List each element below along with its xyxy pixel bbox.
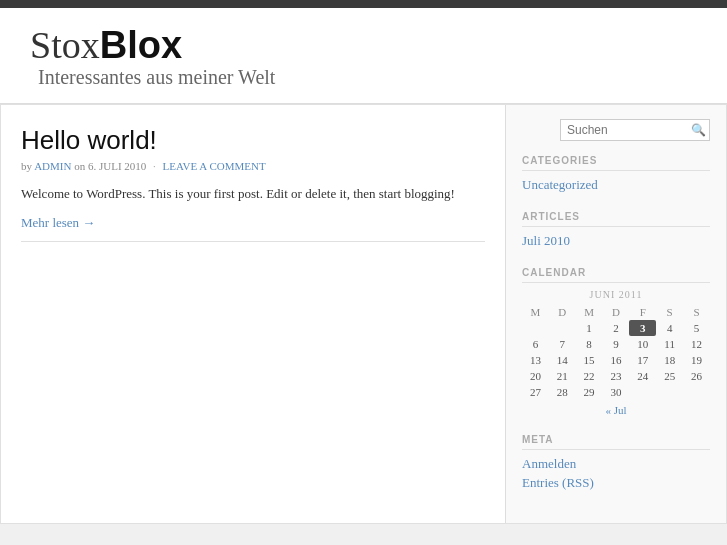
meta-author-link[interactable]: ADMIN	[34, 160, 71, 172]
top-bar	[0, 0, 727, 8]
meta-separator: ·	[153, 160, 156, 172]
calendar-header-cell: S	[683, 304, 710, 320]
calendar-row: 20212223242526	[522, 368, 710, 384]
calendar-row: 27282930	[522, 384, 710, 400]
calendar-cell	[522, 320, 549, 336]
calendar-cell	[656, 384, 683, 400]
calendar-row: 13141516171819	[522, 352, 710, 368]
search-input[interactable]	[560, 119, 710, 141]
calendar-cell: 14	[549, 352, 576, 368]
read-more: Mehr lesen →	[21, 215, 485, 231]
calendar-row: 12345	[522, 320, 710, 336]
calendar-cell: 22	[576, 368, 603, 384]
articles-title: ARTICLES	[522, 211, 710, 227]
site-title: StoxBlox	[30, 26, 697, 64]
category-link-uncategorized[interactable]: Uncategorized	[522, 177, 710, 193]
calendar-cell	[549, 320, 576, 336]
calendar-cell: 12	[683, 336, 710, 352]
calendar-header-cell: M	[576, 304, 603, 320]
content-area: Hello world! by ADMIN on 6. JULI 2010 · …	[0, 104, 727, 524]
calendar-cell: 5	[683, 320, 710, 336]
calendar-month-year: JUNI 2011	[522, 289, 710, 300]
calendar-cell: 6	[522, 336, 549, 352]
categories-title: CATEGORIES	[522, 155, 710, 171]
calendar-cell: 3	[629, 320, 656, 336]
post-content: Welcome to WordPress. This is your first…	[21, 184, 485, 205]
leave-comment-link[interactable]: LEAVE A COMMENT	[163, 160, 266, 172]
calendar-header-cell: F	[629, 304, 656, 320]
meta-section: META Anmelden Entries (RSS)	[522, 434, 710, 491]
site-title-part1: Stox	[30, 24, 100, 66]
calendar-cell: 13	[522, 352, 549, 368]
search-wrapper: 🔍	[560, 119, 710, 141]
calendar-cell: 4	[656, 320, 683, 336]
calendar-cell: 26	[683, 368, 710, 384]
calendar-cell: 7	[549, 336, 576, 352]
calendar-cell: 9	[603, 336, 630, 352]
calendar-cell: 27	[522, 384, 549, 400]
calendar-header-row: MDMDFSS	[522, 304, 710, 320]
meta-on: on	[74, 160, 88, 172]
calendar-section: CALENDAR JUNI 2011 MDMDFSS 1234567891011…	[522, 267, 710, 416]
calendar-cell: 21	[549, 368, 576, 384]
calendar-cell: 23	[603, 368, 630, 384]
post-title: Hello world!	[21, 125, 485, 156]
calendar-nav: « Jul	[522, 404, 710, 416]
main-content: Hello world! by ADMIN on 6. JULI 2010 · …	[1, 105, 506, 523]
articles-section: ARTICLES Juli 2010	[522, 211, 710, 249]
calendar-cell	[629, 384, 656, 400]
calendar-cell: 24	[629, 368, 656, 384]
search-bar: 🔍	[522, 119, 710, 141]
calendar-cell: 18	[656, 352, 683, 368]
calendar-title: CALENDAR	[522, 267, 710, 283]
calendar-cell: 30	[603, 384, 630, 400]
calendar-header-cell: M	[522, 304, 549, 320]
calendar-table: MDMDFSS 12345678910111213141516171819202…	[522, 304, 710, 400]
calendar-cell: 11	[656, 336, 683, 352]
site-tagline: Interessantes aus meiner Welt	[38, 66, 697, 89]
post-divider	[21, 241, 485, 242]
calendar-header-cell: S	[656, 304, 683, 320]
calendar-cell: 10	[629, 336, 656, 352]
calendar-header-cell: D	[603, 304, 630, 320]
calendar-header-cell: D	[549, 304, 576, 320]
calendar-cell: 20	[522, 368, 549, 384]
calendar-cell: 1	[576, 320, 603, 336]
meta-by: by	[21, 160, 32, 172]
meta-date: 6. JULI 2010	[88, 160, 146, 172]
calendar-cell: 8	[576, 336, 603, 352]
search-icon: 🔍	[691, 123, 706, 138]
calendar-cell	[683, 384, 710, 400]
site-header: StoxBlox Interessantes aus meiner Welt	[0, 8, 727, 104]
site-title-part2: Blox	[100, 24, 182, 66]
calendar-row: 6789101112	[522, 336, 710, 352]
calendar-cell: 16	[603, 352, 630, 368]
article-link-juli2010[interactable]: Juli 2010	[522, 233, 710, 249]
categories-section: CATEGORIES Uncategorized	[522, 155, 710, 193]
calendar-cell: 28	[549, 384, 576, 400]
read-more-link[interactable]: Mehr lesen →	[21, 215, 95, 230]
calendar-cell: 2	[603, 320, 630, 336]
calendar-cell: 19	[683, 352, 710, 368]
meta-link-anmelden[interactable]: Anmelden	[522, 456, 710, 472]
calendar-cell: 29	[576, 384, 603, 400]
sidebar: 🔍 CATEGORIES Uncategorized ARTICLES Juli…	[506, 105, 726, 523]
meta-title: META	[522, 434, 710, 450]
meta-link-entries-rss[interactable]: Entries (RSS)	[522, 475, 710, 491]
calendar-cell: 15	[576, 352, 603, 368]
calendar-cell: 25	[656, 368, 683, 384]
calendar-cell: 17	[629, 352, 656, 368]
calendar-prev-link[interactable]: « Jul	[522, 404, 710, 416]
post-meta: by ADMIN on 6. JULI 2010 · LEAVE A COMME…	[21, 160, 485, 172]
